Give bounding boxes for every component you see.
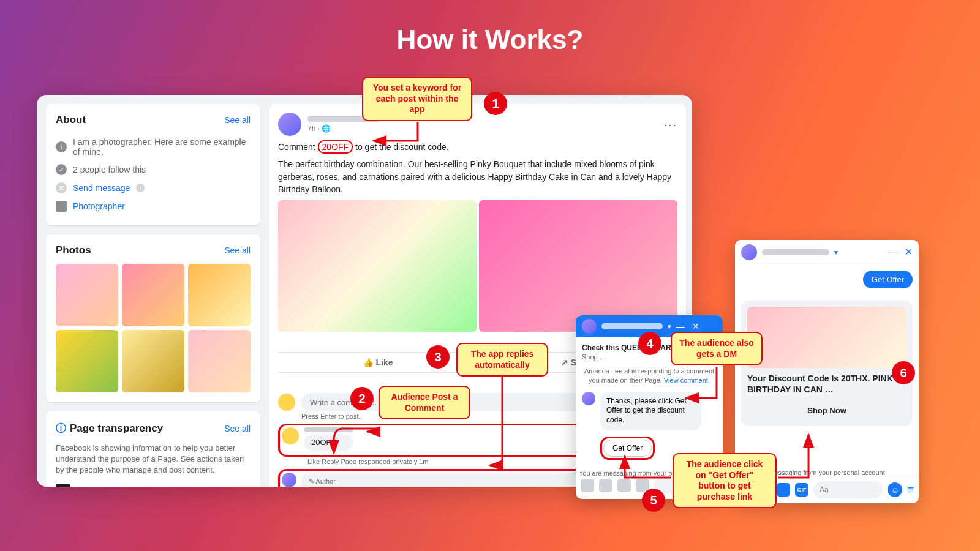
post-text-body: The perfect birthday combination. Our be… [278,158,677,195]
emoji-icon[interactable]: ☺ [888,482,902,497]
comment-bubble: 20OFF [304,434,353,451]
transparency-heading: ⓘPage transparency [56,421,163,435]
callout-dm: The audience also gets a DM [671,332,763,365]
callout-comment: Audience Post a Comment [379,386,470,419]
shop-now-button[interactable]: Shop Now [747,401,907,420]
photos-card: Photos See all [46,234,260,402]
message-bubble: Thanks, please click Get Offer to get th… [600,392,701,430]
product-title: Your Discount Code Is 20THX. PINKY BIRTH… [747,373,907,395]
category-link[interactable]: Photographer [73,201,125,211]
about-bio: I am a photographer. Here are some examp… [73,137,251,157]
image-icon[interactable] [599,479,612,492]
product-card[interactable]: Your Discount Code Is 20THX. PINKY BIRTH… [741,301,913,426]
keyword-highlight: 20OFF [318,140,353,154]
photo-thumb[interactable] [56,330,118,392]
avatar[interactable] [282,427,299,444]
category-icon [56,201,67,212]
step-badge-2: 2 [350,387,374,410]
quick-reply-get-offer[interactable]: Get Offer [603,440,652,457]
callout-keyword: You set a keyword for each post within t… [362,77,472,121]
message-icon: ✉ [56,182,67,193]
about-heading: About [56,114,86,126]
avatar[interactable] [582,319,597,334]
product-image [747,307,907,368]
chevron-down-icon[interactable]: ▾ [668,323,671,331]
post-text-line1: Comment 20OFF to get the discount code. [278,141,677,153]
transparency-card: ⓘPage transparency See all Facebook is s… [46,411,260,487]
callout-get-offer: The audience click on "Get Offer" button… [673,453,777,508]
author-badge: ✎ Author [309,478,336,485]
photo-thumb[interactable] [188,330,251,392]
about-followers: 2 people follow this [73,165,146,174]
sidebar: About See all iI am a photographer. Here… [46,104,260,487]
step-badge-4: 4 [638,332,662,355]
page-created: Page created - April 18, 2022 [78,486,194,487]
sticker-icon[interactable] [777,483,790,497]
chat-contact-name[interactable] [601,323,663,329]
photo-thumb[interactable] [122,264,184,326]
photo-thumb[interactable] [188,264,251,326]
photos-heading: Photos [56,244,91,257]
avatar[interactable] [282,473,296,487]
flag-icon [56,484,70,487]
info-icon: i [56,141,67,152]
avatar [278,394,295,411]
avatar [582,392,595,405]
view-comment-link[interactable]: View comment. [664,377,710,384]
check-icon: ✓ [56,164,67,175]
about-see-all-link[interactable]: See all [224,115,251,125]
sent-message-get-offer: Get Offer [863,271,913,288]
chat-context-note: Amanda Lee al is responding to a comment… [582,367,717,386]
post-image[interactable] [278,200,477,332]
close-icon[interactable]: ✕ [905,246,913,258]
minimize-icon[interactable]: — [888,246,897,258]
step-badge-1: 1 [484,92,507,115]
send-message-link[interactable]: Send message [73,183,130,193]
close-icon[interactable]: ✕ [692,321,699,331]
chat-contact-name[interactable] [762,249,829,255]
photo-grid [56,264,251,392]
page-title: How it Works? [0,24,980,55]
commenter-name[interactable] [304,427,353,432]
minimize-icon[interactable]: — [676,321,685,331]
chat-input[interactable]: Aa [813,481,883,498]
avatar[interactable] [278,113,301,136]
step-badge-6: 6 [892,361,915,384]
gif-icon[interactable]: GIF [795,483,809,497]
info-sub-icon: i [136,184,145,192]
transparency-see-all-link[interactable]: See all [224,424,251,433]
transparency-body: Facebook is showing information to help … [56,443,251,476]
plus-icon[interactable] [581,479,594,492]
avatar[interactable] [741,244,757,260]
about-card: About See all iI am a photographer. Here… [46,104,260,225]
photo-thumb[interactable] [56,264,118,326]
photos-see-all-link[interactable]: See all [224,246,251,255]
post-image[interactable] [479,200,677,332]
chevron-down-icon[interactable]: ▾ [834,248,838,257]
step-badge-3: 3 [426,345,450,369]
photo-thumb[interactable] [122,330,184,392]
callout-auto-reply: The app replies automatically [456,343,548,377]
step-badge-5: 5 [642,489,665,512]
post-timestamp: 7h · 🌐 [307,124,657,133]
menu-icon[interactable]: ≡ [907,484,914,497]
sticker-icon[interactable] [617,479,631,492]
post-menu-button[interactable]: ··· [663,118,677,132]
